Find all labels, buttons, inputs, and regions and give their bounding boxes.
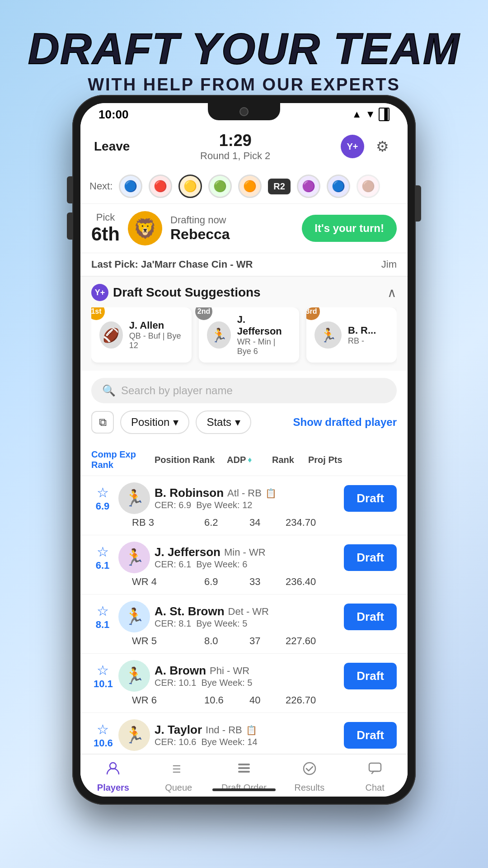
player-row-robinson: ☆ 6.9 🏃 B. Robinson Atl - RB 📋 CER: 6.9 …: [80, 476, 408, 535]
col-proj-pts[interactable]: Proj Pts: [308, 455, 397, 465]
stat-adp-robinson: 6.2: [204, 517, 249, 528]
player-row-stats-jefferson: WR 4 6.9 33 236.40: [91, 573, 397, 588]
player-main-info-abrown: A. Brown Phi - WR CER: 10.1 Bye Week: 5: [155, 664, 339, 688]
nav-item-chat[interactable]: Chat: [342, 761, 408, 793]
show-drafted-button[interactable]: Show drafted player: [293, 416, 397, 429]
player-name-jtaylor: J. Taylor: [155, 723, 202, 737]
last-pick-player: Ja'Marr Chase: [141, 259, 209, 270]
draft-button-abrown[interactable]: Draft: [344, 663, 397, 689]
adp-diamond-icon: ♦: [248, 455, 252, 465]
player-photo-jefferson: 🏃: [118, 542, 150, 573]
last-pick-label: Last Pick:: [91, 259, 138, 270]
player-row-stbrown: ☆ 8.1 🏃 A. St. Brown Det - WR CER: 8.1 B…: [80, 594, 408, 654]
suggestion-card-3[interactable]: 3rd 🏃 B. R... RB -: [306, 307, 397, 363]
svg-point-5: [304, 763, 315, 774]
pick-avatar-5: 🟠: [238, 175, 262, 198]
player-cer-bye-jtaylor: CER: 10.6 Bye Week: 14: [155, 737, 339, 747]
suggestion-name-1: J. Allen: [129, 320, 183, 331]
draft-order-nav-label: Draft Order: [221, 783, 267, 793]
pick-avatar-3: 🟡: [178, 175, 202, 198]
battery-icon: ▐: [379, 108, 389, 121]
stat-rank-robinson: 34: [249, 517, 286, 528]
star-icon-abrown[interactable]: ☆: [94, 662, 112, 678]
settings-icon[interactable]: ⚙: [371, 135, 394, 158]
pick-avatar-1: 🔵: [119, 175, 142, 198]
star-icon-stbrown[interactable]: ☆: [94, 603, 112, 619]
search-section: 🔍 Search by player name ⧉ Position ▾ Sta…: [80, 371, 408, 444]
nav-item-players[interactable]: Players: [80, 761, 146, 793]
player-row-top-jtaylor: ☆ 10.6 🏃 J. Taylor Ind - RB 📋 CER: 10.6 …: [91, 719, 397, 751]
nav-item-queue[interactable]: ☰ Queue: [146, 761, 211, 793]
svg-rect-2: [238, 764, 250, 765]
draft-button-robinson[interactable]: Draft: [344, 485, 397, 512]
stat-proj-stbrown: 227.60: [286, 635, 397, 647]
chevron-up-icon[interactable]: ∧: [387, 285, 397, 300]
suggestion-info-robinson: B. R... RB -: [348, 325, 376, 346]
stat-pos-rank-abrown: WR 6: [132, 694, 204, 706]
last-pick-team: Cin - WR: [211, 259, 253, 270]
col-rank[interactable]: Rank: [272, 455, 308, 465]
player-team-jefferson: Min - WR: [224, 547, 266, 558]
last-pick-text: Last Pick: Ja'Marr Chase Cin - WR: [91, 259, 253, 270]
header-center: 1:29 Round 1, Pick 2: [200, 131, 270, 162]
svg-rect-4: [238, 771, 250, 773]
player-row-top-jefferson: ☆ 6.1 🏃 J. Jefferson Min - WR CER: 6.1 B…: [91, 542, 397, 573]
suggestion-name-3: B. R...: [348, 325, 376, 336]
filter-icon-button[interactable]: ⧉: [91, 411, 114, 434]
player-team-stbrown: Det - WR: [228, 606, 269, 618]
queue-nav-label: Queue: [165, 783, 192, 793]
suggestion-info-allen: J. Allen QB - Buf | Bye 12: [129, 320, 183, 350]
stat-pos-rank-jefferson: WR 4: [132, 576, 204, 588]
col-comp-exp-rank[interactable]: Comp Exp Rank: [91, 449, 155, 470]
draft-button-jtaylor[interactable]: Draft: [344, 722, 397, 749]
player-row-top-stbrown: ☆ 8.1 🏃 A. St. Brown Det - WR CER: 8.1 B…: [91, 601, 397, 632]
draft-button-jefferson[interactable]: Draft: [344, 544, 397, 571]
suggestion-card-1[interactable]: 1st 🏈 J. Allen QB - Buf | Bye 12: [91, 307, 192, 363]
player-row-stats-robinson: RB 3 6.2 34 234.70: [91, 514, 397, 528]
star-icon-robinson[interactable]: ☆: [94, 485, 112, 500]
player-team-abrown: Phi - WR: [210, 665, 249, 677]
suggestion-name-2: J. Jefferson: [237, 314, 291, 337]
nav-item-results[interactable]: Results: [277, 761, 342, 793]
player-name-row-jefferson: J. Jefferson Min - WR: [155, 545, 339, 559]
top-section: DRAFT YOUR TEAM WITH HELP FROM OUR EXPER…: [0, 0, 488, 108]
suggestion-details-2: WR - Min | Bye 6: [237, 337, 291, 356]
col-position-rank[interactable]: Position Rank: [155, 455, 227, 465]
suggestion-card-2[interactable]: 2nd 🏃 J. Jefferson WR - Min | Bye 6: [199, 307, 299, 363]
search-bar[interactable]: 🔍 Search by player name: [91, 378, 397, 403]
star-icon-jefferson[interactable]: ☆: [94, 544, 112, 560]
player-cer-bye-robinson: CER: 6.9 Bye Week: 12: [155, 500, 339, 510]
player-name-row-jtaylor: J. Taylor Ind - RB 📋: [155, 723, 339, 737]
rank-badge-2: 2nd: [195, 307, 212, 320]
stat-pos-rank-robinson: RB 3: [132, 517, 204, 528]
player-name-row-robinson: B. Robinson Atl - RB 📋: [155, 486, 339, 500]
player-row-abrown: ☆ 10.1 🏃 A. Brown Phi - WR CER: 10.1 Bye…: [80, 654, 408, 713]
yplus-badge[interactable]: Y+: [341, 135, 364, 158]
stats-filter-dropdown[interactable]: Stats ▾: [196, 410, 251, 434]
player-cer-bye-jefferson: CER: 6.1 Bye Week: 6: [155, 559, 339, 570]
home-indicator: [212, 788, 276, 791]
player-avatar-allen: 🏈: [99, 321, 123, 349]
player-row-stats-abrown: WR 6 10.6 40 226.70: [91, 692, 397, 706]
pick-avatar-2: 🔴: [149, 175, 172, 198]
stat-proj-robinson: 234.70: [286, 517, 397, 528]
player-team-robinson: Atl - RB: [227, 487, 262, 499]
chat-nav-label: Chat: [365, 783, 384, 793]
its-your-turn-button[interactable]: It's your turn!: [302, 215, 397, 242]
star-icon-jtaylor[interactable]: ☆: [94, 722, 112, 737]
pick-avatar-7: 🔵: [327, 175, 350, 198]
svg-text:☰: ☰: [172, 764, 181, 775]
player-name-stbrown: A. St. Brown: [155, 604, 225, 618]
player-row-top-robinson: ☆ 6.9 🏃 B. Robinson Atl - RB 📋 CER: 6.9 …: [91, 482, 397, 514]
col-adp[interactable]: ADP ♦: [227, 455, 272, 465]
player-avatar-jefferson: 🏃: [207, 321, 231, 349]
position-filter-dropdown[interactable]: Position ▾: [120, 410, 189, 434]
draft-button-stbrown[interactable]: Draft: [344, 604, 397, 630]
status-camera: [239, 107, 249, 116]
leave-button[interactable]: Leave: [94, 139, 130, 154]
phone-wrapper: 10:00 ▲ ▼ ▐ Leave 1:29 Round 1, Pick 2: [72, 95, 416, 827]
phone-screen: 10:00 ▲ ▼ ▐ Leave 1:29 Round 1, Pick 2: [80, 103, 408, 797]
stat-rank-jefferson: 33: [249, 576, 286, 588]
player-row-stats-stbrown: WR 5 8.0 37 227.60: [91, 632, 397, 647]
scout-suggestions: 1st 🏈 J. Allen QB - Buf | Bye 12 2nd 🏃 J…: [91, 307, 397, 371]
